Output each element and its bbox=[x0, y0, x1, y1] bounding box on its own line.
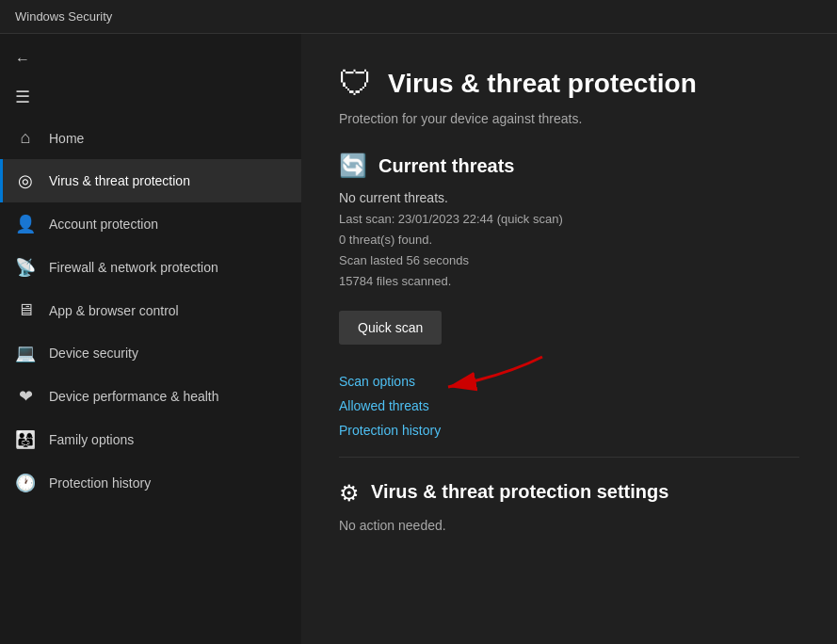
quick-scan-button[interactable]: Quick scan bbox=[339, 311, 442, 345]
sidebar-item-label: Family options bbox=[49, 432, 134, 447]
sidebar-item-label: Home bbox=[49, 131, 84, 146]
network-icon: 📡 bbox=[15, 257, 36, 278]
sidebar-item-label: Account protection bbox=[49, 217, 158, 232]
app-title: Windows Security bbox=[15, 9, 112, 24]
scan-options-link[interactable]: Scan options bbox=[339, 374, 415, 389]
sidebar-item-virus[interactable]: ◎ Virus & threat protection bbox=[0, 159, 301, 202]
settings-subtitle: No action needed. bbox=[339, 518, 799, 533]
settings-icon: ⚙ bbox=[339, 480, 360, 507]
page-header-icon: 🛡 bbox=[339, 64, 373, 104]
files-scanned: 15784 files scanned. bbox=[339, 271, 799, 292]
links-section: Scan options Allowed threats Protection … bbox=[339, 373, 799, 438]
sidebar-item-label: Device performance & health bbox=[49, 389, 219, 404]
hamburger-icon: ☰ bbox=[15, 87, 30, 107]
family-icon: 👨‍👩‍👧 bbox=[15, 429, 36, 450]
sidebar-item-label: Firewall & network protection bbox=[49, 260, 218, 275]
section-divider bbox=[339, 457, 799, 458]
monitor-icon: 🖥 bbox=[15, 300, 36, 320]
title-bar: Windows Security bbox=[0, 0, 837, 34]
allowed-threats-link[interactable]: Allowed threats bbox=[339, 398, 799, 413]
history-icon: 🕐 bbox=[15, 473, 36, 493]
home-icon: ⌂ bbox=[15, 128, 36, 148]
red-arrow bbox=[429, 347, 552, 404]
shield-icon: ◎ bbox=[15, 170, 36, 191]
sidebar-item-home[interactable]: ⌂ Home bbox=[0, 117, 301, 159]
protection-history-link[interactable]: Protection history bbox=[339, 423, 799, 438]
sidebar-item-label: Virus & threat protection bbox=[49, 173, 190, 188]
back-button[interactable]: ← bbox=[0, 41, 301, 77]
menu-icon[interactable]: ☰ bbox=[0, 77, 301, 117]
sidebar-item-label: App & browser control bbox=[49, 303, 179, 318]
current-threats-title: Current threats bbox=[378, 155, 514, 177]
sidebar-item-account[interactable]: 👤 Account protection bbox=[0, 202, 301, 246]
sidebar-item-label: Device security bbox=[49, 346, 138, 361]
sidebar-item-device-health[interactable]: ❤ Device performance & health bbox=[0, 375, 301, 418]
last-scan: Last scan: 23/01/2023 22:44 (quick scan) bbox=[339, 209, 799, 230]
current-threats-header: 🔄 Current threats bbox=[339, 153, 799, 179]
main-content: 🛡 Virus & threat protection Protection f… bbox=[301, 34, 837, 644]
account-icon: 👤 bbox=[15, 214, 36, 234]
sidebar-item-label: Protection history bbox=[49, 475, 151, 491]
scan-duration: Scan lasted 56 seconds bbox=[339, 250, 799, 271]
settings-section-header: ⚙ Virus & threat protection settings bbox=[339, 480, 799, 507]
threats-found: 0 threat(s) found. bbox=[339, 230, 799, 250]
scan-info: Last scan: 23/01/2023 22:44 (quick scan)… bbox=[339, 209, 799, 292]
threats-icon: 🔄 bbox=[339, 153, 367, 179]
sidebar-item-device-security[interactable]: 💻 Device security bbox=[0, 331, 301, 375]
sidebar-item-protection-history[interactable]: 🕐 Protection history bbox=[0, 461, 301, 505]
page-header: 🛡 Virus & threat protection bbox=[339, 64, 799, 104]
protection-settings-section: ⚙ Virus & threat protection settings No … bbox=[339, 480, 799, 533]
sidebar-item-browser[interactable]: 🖥 App & browser control bbox=[0, 289, 301, 331]
page-subtitle: Protection for your device against threa… bbox=[339, 111, 799, 126]
sidebar-item-family[interactable]: 👨‍👩‍👧 Family options bbox=[0, 418, 301, 461]
back-icon: ← bbox=[15, 51, 30, 68]
settings-section-title: Virus & threat protection settings bbox=[371, 481, 668, 503]
sidebar-item-firewall[interactable]: 📡 Firewall & network protection bbox=[0, 246, 301, 289]
threat-status: No current threats. bbox=[339, 190, 799, 205]
sidebar: ← ☰ ⌂ Home ◎ Virus & threat protection 👤… bbox=[0, 34, 301, 644]
page-title: Virus & threat protection bbox=[388, 69, 697, 99]
scan-options-container: Scan options bbox=[339, 374, 415, 398]
quick-scan-container: Quick scan bbox=[339, 311, 442, 360]
laptop-icon: 💻 bbox=[15, 343, 36, 363]
health-icon: ❤ bbox=[15, 386, 36, 407]
